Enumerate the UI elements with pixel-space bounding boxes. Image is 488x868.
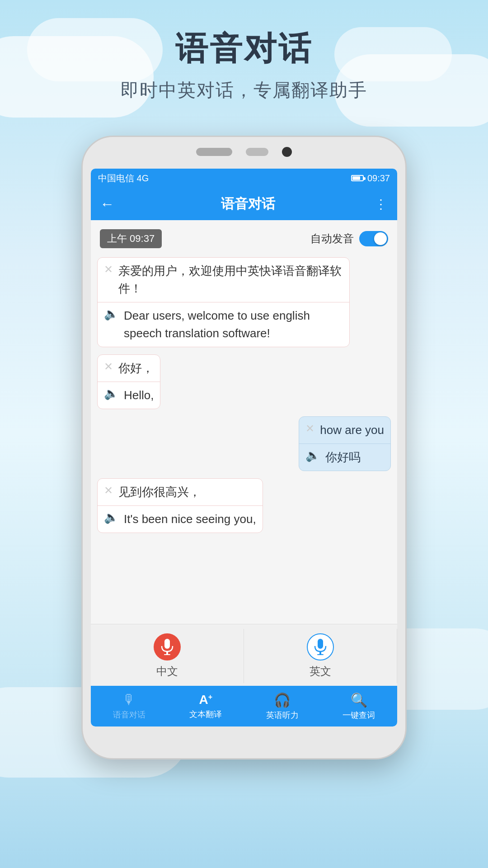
auto-sound-label: 自动发音	[310, 231, 354, 246]
close-icon-2[interactable]: ✕	[104, 360, 113, 373]
time-badge: 上午 09:37	[100, 229, 162, 248]
bubble-left-1: ✕ 亲爱的用户，欢迎使用中英快译语音翻译软件！ 🔈 Dear users, we…	[97, 257, 350, 347]
phone-sensor	[246, 148, 268, 156]
more-button[interactable]: ⋮	[375, 197, 388, 212]
chat-area: 上午 09:37 自动发音 ✕ 亲爱的用户，欢迎使用中英快译语音翻译软件！	[91, 220, 397, 624]
phone-screen: 中国电信 4G 09:37 ← 语音对话 ⋮ 上午 09:37 自动发音	[91, 169, 397, 726]
bubble-left-4: ✕ 见到你很高兴， 🔈 It's been nice seeing you,	[97, 478, 263, 533]
nav-search[interactable]: 🔍 一键查词	[321, 686, 398, 726]
bubble-row-english-2: 🔈 Hello,	[98, 382, 160, 409]
phone-speaker	[196, 148, 232, 156]
nav-search-label: 一键查词	[343, 710, 375, 721]
nav-voice[interactable]: 🎙 语音对话	[91, 686, 168, 726]
english-text-3: how are you	[320, 421, 384, 439]
app-header: ← 语音对话 ⋮	[91, 188, 397, 220]
message-1: ✕ 亲爱的用户，欢迎使用中英快译语音翻译软件！ 🔈 Dear users, we…	[97, 257, 350, 347]
close-icon-3[interactable]: ✕	[305, 422, 314, 435]
svg-rect-0	[164, 639, 170, 649]
mic-icon-blue	[314, 639, 327, 655]
svg-rect-1	[166, 651, 168, 654]
nav-listen-icon: 🎧	[274, 692, 291, 708]
english-mic-button[interactable]: 英文	[244, 629, 397, 683]
bubble-row-english-4: 🔈 It's been nice seeing you,	[98, 505, 263, 533]
english-text-2: Hello,	[124, 387, 154, 404]
nav-translate-icon: A+	[199, 693, 212, 707]
header-title: 语音对话	[122, 195, 375, 213]
bubble-row-english-1: 🔈 Dear users, welcome to use english spe…	[98, 302, 349, 347]
svg-rect-2	[164, 654, 170, 655]
speaker-icon-1[interactable]: 🔈	[104, 307, 118, 321]
carrier-text: 中国电信 4G	[98, 172, 149, 184]
nav-listen-label: 英语听力	[266, 710, 299, 721]
auto-sound-row: 自动发音	[310, 231, 388, 246]
bubble-right-3: ✕ how are you 🔈 你好吗	[299, 416, 391, 471]
bubble-left-2: ✕ 你好， 🔈 Hello,	[97, 354, 160, 409]
battery-icon	[351, 175, 364, 181]
speaker-icon-2[interactable]: 🔈	[104, 387, 118, 401]
status-right: 09:37	[351, 173, 390, 184]
english-text-1: Dear users, welcome to use english speec…	[124, 307, 343, 342]
svg-rect-5	[317, 654, 324, 655]
status-bar: 中国电信 4G 09:37	[91, 169, 397, 188]
chinese-text-3: 你好吗	[325, 448, 361, 466]
page-sub-title: 即时中英对话，专属翻译助手	[0, 78, 488, 103]
bubble-row-chinese-2: ✕ 你好，	[98, 355, 160, 382]
message-2: ✕ 你好， 🔈 Hello,	[97, 354, 160, 409]
message-4: ✕ 见到你很高兴， 🔈 It's been nice seeing you,	[97, 478, 263, 533]
phone-top-bar	[83, 147, 405, 157]
nav-voice-label: 语音对话	[113, 709, 145, 720]
phone-frame: 中国电信 4G 09:37 ← 语音对话 ⋮ 上午 09:37 自动发音	[81, 136, 407, 760]
bottom-nav: 🎙 语音对话 A+ 文本翻译 🎧 英语听力 🔍 一键查词	[91, 686, 397, 726]
chinese-text-1: 亲爱的用户，欢迎使用中英快译语音翻译软件！	[118, 262, 343, 297]
svg-rect-4	[319, 651, 321, 654]
toggle-knob	[374, 232, 387, 245]
back-button[interactable]: ←	[100, 196, 114, 212]
close-icon-4[interactable]: ✕	[104, 484, 113, 497]
chinese-mic-button[interactable]: 中文	[91, 629, 244, 683]
english-label: 英文	[310, 664, 331, 679]
page-header: 语音对话 即时中英对话，专属翻译助手	[0, 27, 488, 103]
page-main-title: 语音对话	[0, 27, 488, 71]
bubble-row-chinese-1: ✕ 亲爱的用户，欢迎使用中英快译语音翻译软件！	[98, 258, 349, 302]
bubble-row-english-3: ✕ how are you	[299, 417, 390, 443]
nav-translate[interactable]: A+ 文本翻译	[168, 686, 244, 726]
chinese-mic-circle	[154, 633, 181, 660]
mic-icon-red	[160, 639, 174, 655]
bubble-row-chinese-3: 🔈 你好吗	[299, 443, 390, 471]
status-time: 09:37	[367, 173, 390, 184]
svg-rect-3	[318, 639, 323, 649]
battery-fill	[352, 176, 360, 180]
speaker-icon-3[interactable]: 🔈	[305, 448, 320, 462]
auto-sound-toggle[interactable]	[359, 231, 388, 246]
bubble-row-chinese-4: ✕ 见到你很高兴，	[98, 479, 263, 505]
nav-voice-icon: 🎙	[122, 692, 136, 708]
nav-translate-label: 文本翻译	[189, 709, 222, 720]
input-area: 中文 英文	[91, 624, 397, 686]
nav-listen[interactable]: 🎧 英语听力	[244, 686, 321, 726]
time-toggle-row: 上午 09:37 自动发音	[97, 227, 391, 250]
english-text-4: It's been nice seeing you,	[124, 510, 256, 528]
chinese-text-2: 你好，	[118, 359, 154, 377]
chinese-text-4: 见到你很高兴，	[118, 483, 201, 501]
close-icon-1[interactable]: ✕	[104, 263, 113, 276]
nav-search-icon: 🔍	[351, 692, 367, 708]
message-3: ✕ how are you 🔈 你好吗	[299, 416, 391, 471]
chinese-label: 中文	[156, 664, 178, 679]
speaker-icon-4[interactable]: 🔈	[104, 510, 118, 524]
english-mic-circle	[307, 633, 334, 660]
phone-camera	[282, 147, 292, 157]
